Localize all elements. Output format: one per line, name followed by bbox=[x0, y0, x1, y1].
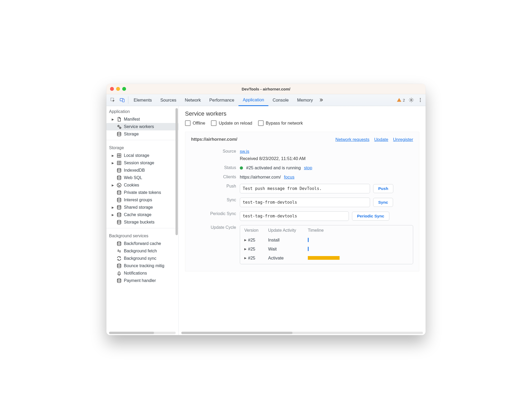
network-requests-link[interactable]: Network requests bbox=[335, 137, 369, 142]
sidebar-item-interest-groups[interactable]: Interest groups bbox=[106, 196, 178, 204]
sidebar-item-label: Bounce tracking mitig bbox=[124, 263, 164, 268]
sidebar-item-manifest[interactable]: ▶Manifest bbox=[106, 116, 178, 123]
sidebar-scrollbar[interactable] bbox=[175, 108, 178, 235]
cycle-col-version: Version bbox=[244, 228, 268, 233]
bell-icon bbox=[116, 271, 122, 276]
cycle-timeline bbox=[308, 238, 409, 242]
sync-input[interactable] bbox=[240, 198, 370, 207]
panel-tabs: ElementsSourcesNetworkPerformanceApplica… bbox=[129, 94, 317, 106]
update-link[interactable]: Update bbox=[374, 137, 388, 142]
unregister-link[interactable]: Unregister bbox=[393, 137, 413, 142]
sidebar-item-web-sql[interactable]: Web SQL bbox=[106, 174, 178, 181]
sidebar-horizontal-scrollbar[interactable] bbox=[109, 332, 176, 334]
sidebar-item-notifications[interactable]: Notifications bbox=[106, 270, 178, 277]
sidebar-item-label: Local storage bbox=[124, 153, 149, 158]
tab-performance[interactable]: Performance bbox=[205, 94, 238, 106]
main-horizontal-scrollbar[interactable] bbox=[181, 332, 423, 334]
warnings-badge[interactable]: 2 bbox=[396, 97, 405, 103]
devtools-window: DevTools - airhorner.com/ ElementsSource… bbox=[106, 84, 426, 335]
sidebar-item-bounce-tracking-mitig[interactable]: Bounce tracking mitig bbox=[106, 262, 178, 270]
sidebar-item-background-sync[interactable]: Background sync bbox=[106, 255, 178, 262]
periodic-sync-label: Periodic Sync bbox=[191, 211, 240, 216]
sidebar-item-local-storage[interactable]: ▶Local storage bbox=[106, 152, 178, 159]
focus-link[interactable]: focus bbox=[284, 175, 294, 180]
warnings-count: 2 bbox=[403, 98, 405, 102]
grid-icon bbox=[116, 153, 122, 158]
svg-point-12 bbox=[117, 168, 121, 170]
tab-application[interactable]: Application bbox=[238, 94, 268, 106]
svg-point-23 bbox=[117, 242, 121, 243]
update-cycle-row[interactable]: ▶#25Wait bbox=[244, 244, 409, 253]
sidebar-item-back-forward-cache[interactable]: Back/forward cache bbox=[106, 240, 178, 247]
sidebar-item-session-storage[interactable]: ▶Session storage bbox=[106, 159, 178, 167]
inspect-element-icon[interactable] bbox=[108, 94, 118, 106]
settings-icon[interactable] bbox=[408, 97, 415, 103]
push-button[interactable]: Push bbox=[373, 184, 393, 193]
main-toolbar: ElementsSourcesNetworkPerformanceApplica… bbox=[106, 94, 426, 106]
push-input[interactable] bbox=[240, 184, 370, 193]
sidebar-item-indexeddb[interactable]: IndexedDB bbox=[106, 167, 178, 174]
sidebar-item-label: Background fetch bbox=[124, 249, 157, 253]
tab-elements[interactable]: Elements bbox=[129, 94, 156, 106]
sidebar-item-label: Storage buckets bbox=[124, 220, 155, 225]
sidebar-item-storage-buckets[interactable]: Storage buckets bbox=[106, 218, 178, 226]
sidebar-item-storage[interactable]: Storage bbox=[106, 130, 178, 138]
db-icon bbox=[116, 205, 122, 210]
tab-console[interactable]: Console bbox=[268, 94, 293, 106]
sidebar-item-label: Payment handler bbox=[124, 278, 156, 283]
sidebar-item-label: Session storage bbox=[124, 161, 154, 165]
sidebar-group-label: Background services bbox=[106, 230, 178, 240]
source-file-link[interactable]: sw.js bbox=[240, 149, 249, 154]
file-icon bbox=[116, 117, 122, 122]
db-icon bbox=[116, 197, 122, 203]
zoom-window-button[interactable] bbox=[122, 87, 126, 91]
push-label: Push bbox=[191, 184, 240, 189]
sidebar-item-label: Shared storage bbox=[124, 205, 153, 210]
sidebar-item-background-fetch[interactable]: Background fetch bbox=[106, 247, 178, 255]
disclosure-triangle-icon: ▶ bbox=[111, 154, 114, 157]
window-controls bbox=[110, 87, 126, 91]
sidebar-item-label: Background sync bbox=[124, 256, 156, 261]
update-cycle-table: Version Update Activity Timeline ▶#25Ins… bbox=[240, 225, 413, 264]
update-cycle-row[interactable]: ▶#25Install bbox=[244, 235, 409, 244]
svg-point-24 bbox=[117, 264, 121, 265]
sidebar-item-label: Notifications bbox=[124, 271, 147, 276]
svg-point-3 bbox=[411, 99, 412, 101]
update-on-reload-checkbox[interactable]: Update on reload bbox=[211, 120, 252, 126]
offline-checkbox[interactable]: Offline bbox=[185, 120, 205, 126]
sidebar-item-shared-storage[interactable]: ▶Shared storage bbox=[106, 204, 178, 211]
sidebar-item-service-workers[interactable]: Service workers bbox=[106, 123, 178, 130]
device-toolbar-icon[interactable] bbox=[118, 94, 127, 106]
tab-sources[interactable]: Sources bbox=[156, 94, 181, 106]
db-icon bbox=[116, 241, 122, 246]
source-label: Source bbox=[191, 149, 240, 154]
close-window-button[interactable] bbox=[110, 87, 114, 91]
bypass-for-network-checkbox[interactable]: Bypass for network bbox=[258, 120, 303, 126]
sidebar-item-cookies[interactable]: ▶Cookies bbox=[106, 181, 178, 189]
cycle-col-activity: Update Activity bbox=[268, 228, 308, 233]
periodic-sync-input[interactable] bbox=[240, 211, 349, 221]
periodic-sync-button[interactable]: Periodic Sync bbox=[352, 212, 389, 221]
stop-link[interactable]: stop bbox=[304, 165, 312, 170]
more-tabs-icon[interactable] bbox=[317, 94, 325, 106]
titlebar: DevTools - airhorner.com/ bbox=[106, 84, 426, 94]
minimize-window-button[interactable] bbox=[116, 87, 120, 91]
svg-rect-2 bbox=[123, 99, 124, 102]
sidebar-item-label: Private state tokens bbox=[124, 190, 161, 195]
sync-button[interactable]: Sync bbox=[373, 198, 393, 207]
sidebar-item-private-state-tokens[interactable]: Private state tokens bbox=[106, 189, 178, 196]
tab-network[interactable]: Network bbox=[181, 94, 205, 106]
sidebar-item-payment-handler[interactable]: Payment handler bbox=[106, 277, 178, 284]
cookie-icon bbox=[116, 183, 122, 188]
svg-point-6 bbox=[420, 101, 421, 102]
sidebar-item-cache-storage[interactable]: ▶Cache storage bbox=[106, 211, 178, 218]
tab-memory[interactable]: Memory bbox=[293, 94, 317, 106]
sidebar-item-label: Web SQL bbox=[124, 175, 142, 180]
sidebar-group-label: Storage bbox=[106, 142, 178, 152]
kebab-menu-icon[interactable] bbox=[418, 97, 423, 103]
fetch-icon bbox=[116, 248, 122, 254]
update-cycle-row[interactable]: ▶#25Activate bbox=[244, 253, 409, 262]
svg-point-4 bbox=[420, 98, 421, 99]
db-icon bbox=[116, 220, 122, 225]
disclosure-triangle-icon: ▶ bbox=[111, 206, 114, 209]
